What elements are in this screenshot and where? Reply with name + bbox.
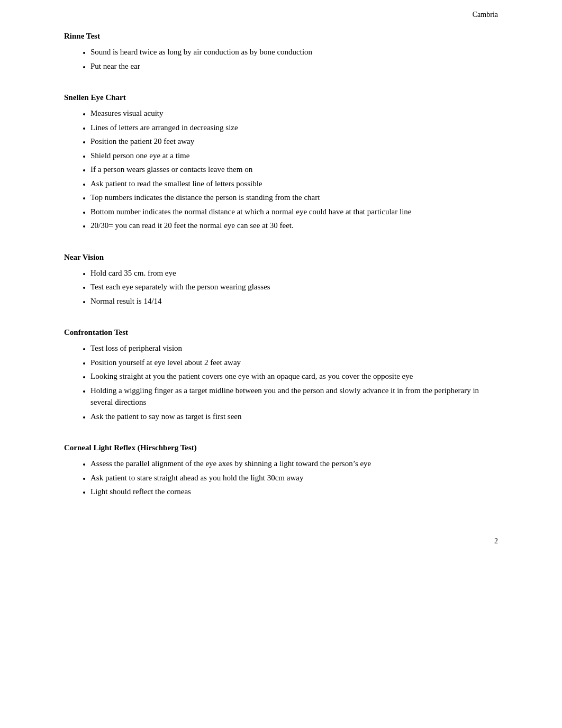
list-item: 20/30= you can read it 20 feet the norma… xyxy=(90,220,498,232)
section-list-rinne-test: Sound is heard twice as long by air cond… xyxy=(64,46,498,72)
list-item: Put near the ear xyxy=(90,60,498,72)
list-item: Lines of letters are arranged in decreas… xyxy=(90,122,498,134)
section-title-snellen-eye-chart: Snellen Eye Chart xyxy=(64,93,498,102)
list-item: Holding a wiggling finger as a target mi… xyxy=(90,385,498,408)
list-item: Sound is heard twice as long by air cond… xyxy=(90,46,498,58)
section-near-vision: Near VisionHold card 35 cm. from eyeTest… xyxy=(64,253,498,307)
section-title-corneal-light-reflex: Corneal Light Reflex (Hirschberg Test) xyxy=(64,443,498,452)
section-title-rinne-test: Rinne Test xyxy=(64,32,498,41)
list-item: Assess the parallel alignment of the eye… xyxy=(90,458,498,470)
list-item: Measures visual acuity xyxy=(90,107,498,120)
list-item: Test loss of peripheral vision xyxy=(90,342,498,354)
section-snellen-eye-chart: Snellen Eye ChartMeasures visual acuityL… xyxy=(64,93,498,232)
section-title-confrontation-test: Confrontation Test xyxy=(64,328,498,337)
section-confrontation-test: Confrontation TestTest loss of periphera… xyxy=(64,328,498,422)
section-corneal-light-reflex: Corneal Light Reflex (Hirschberg Test)As… xyxy=(64,443,498,498)
section-rinne-test: Rinne TestSound is heard twice as long b… xyxy=(64,32,498,72)
list-item: Test each eye separately with the person… xyxy=(90,281,498,293)
list-item: Ask patient to read the smallest line of… xyxy=(90,178,498,190)
section-title-near-vision: Near Vision xyxy=(64,253,498,262)
list-item: If a person wears glasses or contacts le… xyxy=(90,163,498,176)
list-item: Looking straight at you the patient cove… xyxy=(90,370,498,383)
list-item: Bottom number indicates the normal dista… xyxy=(90,206,498,218)
page-number: 2 xyxy=(494,537,498,545)
section-list-near-vision: Hold card 35 cm. from eyeTest each eye s… xyxy=(64,267,498,307)
font-label: Cambria xyxy=(473,11,498,19)
list-item: Top numbers indicates the distance the p… xyxy=(90,192,498,204)
list-item: Ask patient to stare straight ahead as y… xyxy=(90,472,498,484)
list-item: Normal result is 14/14 xyxy=(90,295,498,307)
page-container: Cambria Rinne TestSound is heard twice a… xyxy=(64,0,498,561)
section-list-snellen-eye-chart: Measures visual acuityLines of letters a… xyxy=(64,107,498,232)
list-item: Position yourself at eye level about 2 f… xyxy=(90,357,498,369)
section-list-corneal-light-reflex: Assess the parallel alignment of the eye… xyxy=(64,458,498,498)
section-list-confrontation-test: Test loss of peripheral visionPosition y… xyxy=(64,342,498,422)
list-item: Position the patient 20 feet away xyxy=(90,135,498,148)
list-item: Shield person one eye at a time xyxy=(90,150,498,162)
list-item: Light should reflect the corneas xyxy=(90,486,498,498)
list-item: Hold card 35 cm. from eye xyxy=(90,267,498,279)
list-item: Ask the patient to say now as target is … xyxy=(90,411,498,423)
